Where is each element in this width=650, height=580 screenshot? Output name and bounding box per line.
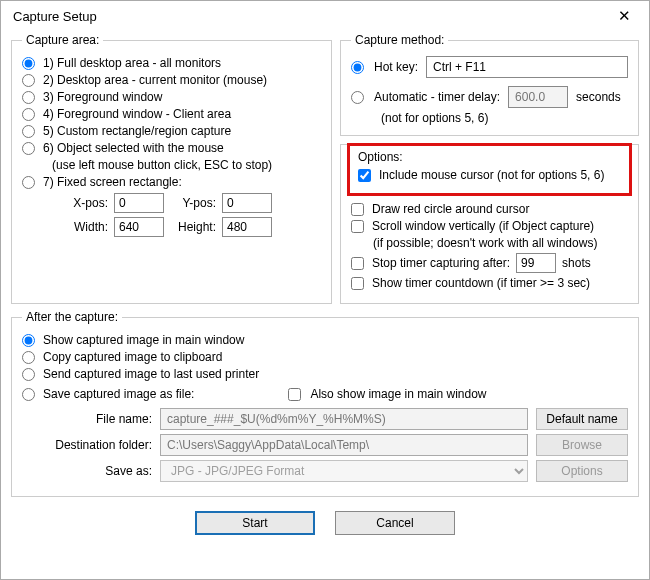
filename-label: File name: — [42, 412, 152, 426]
radio-send-printer[interactable] — [22, 368, 35, 381]
radio-foreground-client-label: 4) Foreground window - Client area — [43, 107, 231, 121]
capture-setup-dialog: Capture Setup ✕ Capture area: 1) Full de… — [0, 0, 650, 580]
browse-button[interactable]: Browse — [536, 434, 628, 456]
saveas-label: Save as: — [42, 464, 152, 478]
xpos-input[interactable] — [114, 193, 164, 213]
radio-save-file-label: Save captured image as file: — [43, 387, 194, 401]
options-title: Options: — [358, 150, 621, 164]
destination-label: Destination folder: — [42, 438, 152, 452]
options-highlight: Options: Include mouse cursor (not for o… — [347, 143, 632, 196]
auto-timer-label: Automatic - timer delay: — [374, 90, 500, 104]
auto-timer-input[interactable] — [508, 86, 568, 108]
check-scroll-window-label: Scroll window vertically (if Object capt… — [372, 219, 594, 233]
destination-input[interactable] — [160, 434, 528, 456]
filename-input[interactable] — [160, 408, 528, 430]
default-name-button[interactable]: Default name — [536, 408, 628, 430]
radio-foreground-client[interactable] — [22, 108, 35, 121]
options-group: Options: Include mouse cursor (not for o… — [340, 144, 639, 304]
check-also-show-label: Also show image in main window — [310, 387, 486, 401]
radio-custom-rect[interactable] — [22, 125, 35, 138]
options-button[interactable]: Options — [536, 460, 628, 482]
ypos-label: Y-pos: — [170, 196, 216, 210]
cancel-button[interactable]: Cancel — [335, 511, 455, 535]
radio-current-monitor-label: 2) Desktop area - current monitor (mouse… — [43, 73, 267, 87]
auto-timer-unit: seconds — [576, 90, 621, 104]
check-scroll-window[interactable] — [351, 220, 364, 233]
check-also-show[interactable] — [288, 388, 301, 401]
stop-timer-input[interactable] — [516, 253, 556, 273]
hotkey-input[interactable] — [426, 56, 628, 78]
radio-object-selected-label: 6) Object selected with the mouse — [43, 141, 224, 155]
radio-fixed-rect[interactable] — [22, 176, 35, 189]
radio-foreground-window[interactable] — [22, 91, 35, 104]
height-label: Height: — [170, 220, 216, 234]
radio-custom-rect-label: 5) Custom rectangle/region capture — [43, 124, 231, 138]
radio-show-main-label: Show captured image in main window — [43, 333, 244, 347]
start-button[interactable]: Start — [195, 511, 315, 535]
object-selected-note: (use left mouse button click, ESC to sto… — [52, 158, 321, 172]
radio-save-file[interactable] — [22, 388, 35, 401]
saveas-select[interactable]: JPG - JPG/JPEG Format — [160, 460, 528, 482]
width-label: Width: — [62, 220, 108, 234]
check-stop-timer[interactable] — [351, 257, 364, 270]
dialog-buttons: Start Cancel — [11, 503, 639, 535]
check-show-countdown-label: Show timer countdown (if timer >= 3 sec) — [372, 276, 590, 290]
close-icon[interactable]: ✕ — [607, 7, 641, 25]
after-capture-legend: After the capture: — [22, 310, 122, 324]
check-draw-circle-label: Draw red circle around cursor — [372, 202, 529, 216]
radio-hotkey[interactable] — [351, 61, 364, 74]
ypos-input[interactable] — [222, 193, 272, 213]
capture-method-legend: Capture method: — [351, 33, 448, 47]
check-include-cursor-label: Include mouse cursor (not for options 5,… — [379, 168, 604, 182]
radio-copy-clipboard-label: Copy captured image to clipboard — [43, 350, 222, 364]
radio-auto-timer[interactable] — [351, 91, 364, 104]
radio-full-desktop-label: 1) Full desktop area - all monitors — [43, 56, 221, 70]
scroll-window-note: (if possible; doesn't work with all wind… — [373, 236, 628, 250]
check-draw-circle[interactable] — [351, 203, 364, 216]
stop-timer-unit: shots — [562, 256, 591, 270]
radio-fixed-rect-label: 7) Fixed screen rectangle: — [43, 175, 182, 189]
radio-object-selected[interactable] — [22, 142, 35, 155]
radio-show-main[interactable] — [22, 334, 35, 347]
capture-area-legend: Capture area: — [22, 33, 103, 47]
stop-timer-label: Stop timer capturing after: — [372, 256, 510, 270]
radio-full-desktop[interactable] — [22, 57, 35, 70]
height-input[interactable] — [222, 217, 272, 237]
auto-timer-note: (not for options 5, 6) — [381, 111, 628, 125]
capture-area-group: Capture area: 1) Full desktop area - all… — [11, 33, 332, 304]
radio-foreground-window-label: 3) Foreground window — [43, 90, 162, 104]
xpos-label: X-pos: — [62, 196, 108, 210]
width-input[interactable] — [114, 217, 164, 237]
radio-current-monitor[interactable] — [22, 74, 35, 87]
dialog-title: Capture Setup — [13, 9, 97, 24]
radio-copy-clipboard[interactable] — [22, 351, 35, 364]
radio-send-printer-label: Send captured image to last used printer — [43, 367, 259, 381]
after-capture-group: After the capture: Show captured image i… — [11, 310, 639, 497]
hotkey-label: Hot key: — [374, 60, 418, 74]
check-include-cursor[interactable] — [358, 169, 371, 182]
titlebar: Capture Setup ✕ — [1, 1, 649, 31]
check-show-countdown[interactable] — [351, 277, 364, 290]
capture-method-group: Capture method: Hot key: Automatic - tim… — [340, 33, 639, 136]
